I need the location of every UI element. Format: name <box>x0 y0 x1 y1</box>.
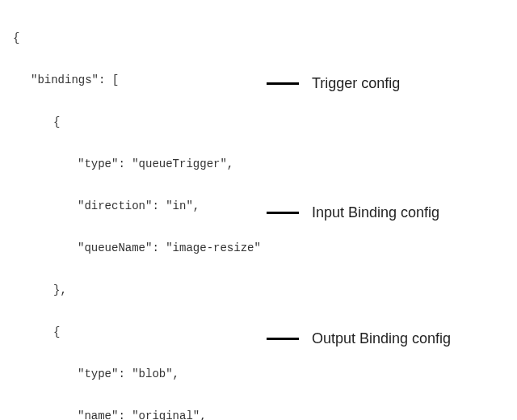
code-block: { "bindings": [ { "type": "queueTrigger"… <box>0 0 517 420</box>
annotation-label: Output Binding config <box>312 328 451 349</box>
annotation-input: Input Binding config <box>267 202 439 223</box>
bindings-key: "bindings": [ <box>13 69 517 90</box>
obj1-open: { <box>13 111 517 132</box>
obj2-type: "type": "blob", <box>13 363 517 384</box>
annotation-line-icon <box>267 82 299 85</box>
obj1-queueName: "queueName": "image-resize" <box>13 237 517 258</box>
obj1-direction: "direction": "in", <box>13 195 517 216</box>
annotation-trigger: Trigger config <box>267 73 400 94</box>
brace-open: { <box>13 27 517 48</box>
obj1-close: }, <box>13 279 517 300</box>
annotation-label: Input Binding config <box>312 202 439 223</box>
obj2-name: "name": "original", <box>13 405 517 420</box>
annotation-label: Trigger config <box>312 73 400 94</box>
annotation-line-icon <box>267 212 299 214</box>
annotation-line-icon <box>267 338 299 340</box>
obj1-type: "type": "queueTrigger", <box>13 153 517 174</box>
annotation-output: Output Binding config <box>267 328 451 349</box>
